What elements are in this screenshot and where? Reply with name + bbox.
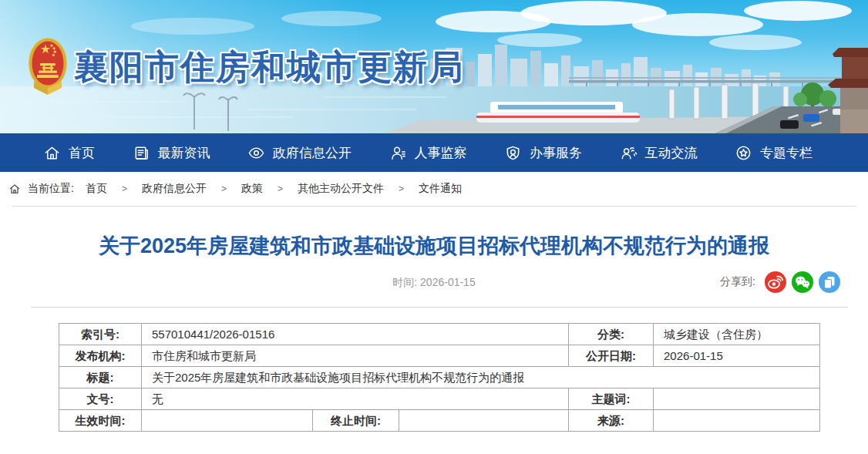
table-row: 文号: 无 主题词: (59, 388, 820, 410)
breadcrumb-label: 当前位置: (28, 182, 74, 196)
nav-label: 最新资讯 (158, 144, 210, 162)
nav-item-special-topics[interactable]: 专题专栏 (735, 144, 812, 162)
nav-item-hr-supervision[interactable]: 人事监察 (389, 144, 467, 162)
nav-item-gov-info[interactable]: 政府信息公开 (247, 144, 352, 162)
breadcrumb-item-home[interactable]: 首页 (86, 182, 107, 196)
eye-icon (247, 144, 265, 162)
page: 襄阳市住房和城市更新局 首页 最新资讯 (0, 0, 868, 454)
breadcrumb: 当前位置: 首页 > 政府信息公开 > 政策 > 其他主动公开文件 > 文件通知 (0, 172, 868, 206)
publisher-label: 发布机构: (59, 345, 142, 367)
effective-label: 生效时间: (59, 410, 142, 432)
article-meta-row: 时间: 2026-01-15 分享到: (0, 271, 868, 294)
table-row: 发布机构: 市住房和城市更新局 公开日期: 2026-01-15 (59, 345, 820, 367)
news-icon (133, 144, 150, 162)
breadcrumb-separator: > (122, 183, 127, 194)
home-icon (43, 144, 61, 162)
copy-link-icon[interactable] (819, 271, 840, 293)
breadcrumb-item-file-notice[interactable]: 文件通知 (419, 182, 462, 196)
breadcrumb-separator: > (278, 183, 283, 194)
main-nav: 首页 最新资讯 政府信息公开 (0, 133, 868, 172)
table-row: 索引号: 557010441/2026-01516 分类: 城乡建设（含住房） (59, 324, 820, 345)
table-row: 标题: 关于2025年房屋建筑和市政基础设施项目招标代理机构不规范行为的通报 (59, 367, 820, 388)
breadcrumb-item-gov-info[interactable]: 政府信息公开 (142, 182, 207, 196)
breadcrumb-item-policy[interactable]: 政策 (241, 182, 263, 196)
document-meta-table: 索引号: 557010441/2026-01516 分类: 城乡建设（含住房） … (59, 323, 820, 432)
people-chat-icon (620, 144, 638, 162)
breadcrumb-separator: > (221, 183, 227, 194)
index-value: 557010441/2026-01516 (142, 324, 569, 345)
effective-value (142, 410, 313, 432)
site-banner: 襄阳市住房和城市更新局 (0, 0, 868, 133)
time-label: 时间: (392, 276, 417, 288)
share-label: 分享到: (720, 275, 755, 289)
nav-label: 互动交流 (645, 144, 698, 162)
expiry-value (399, 410, 569, 432)
nav-item-interaction[interactable]: 互动交流 (620, 144, 698, 162)
weibo-icon[interactable] (765, 271, 786, 293)
title-value: 关于2025年房屋建筑和市政基础设施项目招标代理机构不规范行为的通报 (142, 367, 820, 388)
star-circle-icon (735, 144, 752, 162)
nav-label: 专题专栏 (760, 144, 812, 162)
title-label: 标题: (59, 367, 142, 388)
time-value: 2026-01-15 (420, 276, 476, 288)
publisher-value: 市住房和城市更新局 (142, 345, 569, 367)
table-row: 生效时间: 终止时间: 来源: (59, 410, 820, 432)
nav-label: 首页 (69, 144, 95, 162)
site-title: 襄阳市住房和城市更新局 (74, 45, 464, 90)
nav-label: 政府信息公开 (273, 144, 352, 162)
home-icon (8, 183, 21, 195)
breadcrumb-item-other-public-files[interactable]: 其他主动公开文件 (298, 182, 384, 196)
docnum-label: 文号: (59, 388, 142, 410)
nav-label: 人事监察 (415, 144, 467, 162)
breadcrumb-separator: > (399, 183, 404, 194)
nav-item-home[interactable]: 首页 (43, 144, 95, 162)
content-divider (31, 307, 848, 308)
category-label: 分类: (569, 324, 654, 345)
shield-icon (504, 144, 522, 162)
wechat-icon[interactable] (792, 271, 813, 293)
share-bar: 分享到: (720, 271, 840, 293)
index-label: 索引号: (59, 324, 142, 345)
document-title: 关于2025年房屋建筑和市政基础设施项目招标代理机构不规范行为的通报 (46, 234, 822, 258)
keywords-label: 主题词: (569, 388, 654, 410)
expiry-label: 终止时间: (313, 410, 399, 432)
nav-item-services[interactable]: 办事服务 (504, 144, 582, 162)
breadcrumb-divider (12, 206, 856, 207)
person-icon (389, 144, 407, 162)
nav-item-news[interactable]: 最新资讯 (133, 144, 210, 162)
national-emblem-icon (28, 34, 68, 102)
source-value (654, 410, 820, 432)
category-value: 城乡建设（含住房） (654, 324, 820, 345)
pubdate-label: 公开日期: (569, 345, 654, 367)
keywords-value (654, 388, 820, 410)
source-label: 来源: (569, 410, 654, 432)
nav-label: 办事服务 (530, 144, 582, 162)
article: 关于2025年房屋建筑和市政基础设施项目招标代理机构不规范行为的通报 时间: 2… (0, 234, 868, 432)
docnum-value: 无 (142, 388, 569, 410)
pubdate-value: 2026-01-15 (654, 345, 820, 367)
